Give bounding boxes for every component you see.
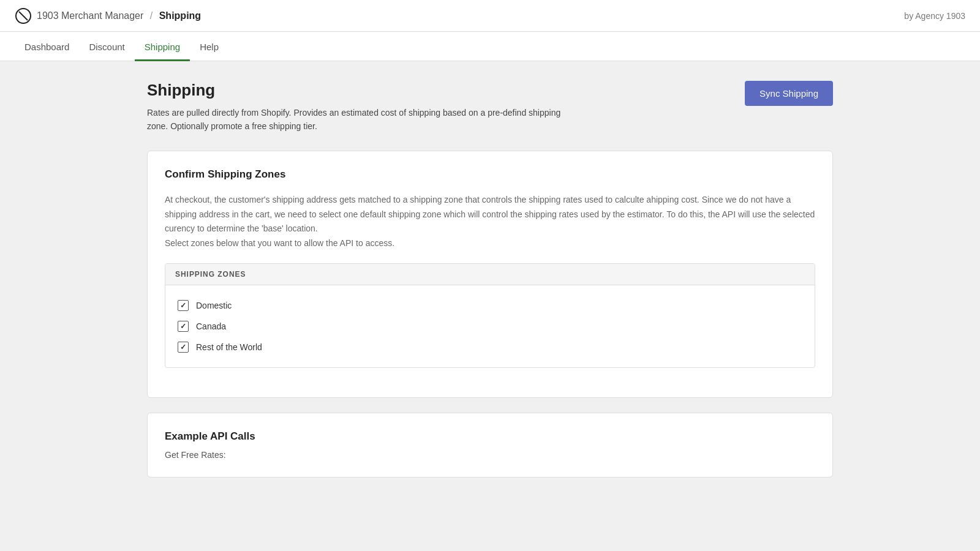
nav-item-help[interactable]: Help: [190, 34, 228, 61]
shipping-zones-card-title: Confirm Shipping Zones: [165, 168, 815, 181]
zone-checkbox-canada[interactable]: [178, 321, 189, 332]
main-content: Sync Shipping Shipping Rates are pulled …: [123, 61, 858, 512]
header-separator: /: [150, 10, 153, 21]
header-title: 1903 Merchant Manager / Shipping: [37, 10, 201, 21]
zones-table-body: Domestic Canada Rest of the World: [165, 285, 815, 367]
shipping-zones-card: Confirm Shipping Zones At checkout, the …: [147, 151, 833, 398]
zone-item-domestic: Domestic: [178, 295, 802, 316]
zone-label-canada: Canada: [196, 321, 226, 331]
zone-label-domestic: Domestic: [196, 301, 232, 310]
header-byline: by Agency 1903: [904, 11, 965, 21]
zone-item-rest-of-world: Rest of the World: [178, 337, 802, 358]
example-api-card-title: Example API Calls: [165, 430, 815, 443]
zones-table-header: SHIPPING ZONES: [165, 264, 815, 285]
sync-shipping-button[interactable]: Sync Shipping: [745, 81, 833, 106]
nav-item-dashboard[interactable]: Dashboard: [15, 34, 79, 61]
svg-line-1: [19, 12, 28, 20]
sync-button-wrapper: Sync Shipping: [745, 81, 833, 106]
app-name: 1903 Merchant Manager: [37, 10, 143, 21]
circle-slash-icon: [15, 7, 32, 24]
zone-label-rest-of-world: Rest of the World: [196, 342, 262, 352]
nav-item-discount[interactable]: Discount: [79, 34, 134, 61]
example-api-card-subtitle: Get Free Rates:: [165, 450, 815, 460]
header-current-page: Shipping: [159, 10, 201, 21]
example-api-card: Example API Calls Get Free Rates:: [147, 413, 833, 478]
header: 1903 Merchant Manager / Shipping by Agen…: [0, 0, 980, 32]
main-nav: Dashboard Discount Shipping Help: [0, 32, 980, 61]
page-description: Rates are pulled directly from Shopify. …: [147, 106, 576, 133]
nav-item-shipping[interactable]: Shipping: [135, 34, 190, 61]
zone-checkbox-domestic[interactable]: [178, 300, 189, 311]
zone-item-canada: Canada: [178, 316, 802, 337]
header-left: 1903 Merchant Manager / Shipping: [15, 7, 201, 24]
zone-checkbox-rest-of-world[interactable]: [178, 342, 189, 353]
shipping-zones-description: At checkout, the customer's shipping add…: [165, 193, 815, 251]
page-title: Shipping: [147, 81, 833, 100]
zones-table: SHIPPING ZONES Domestic Canada Rest of t…: [165, 263, 815, 368]
